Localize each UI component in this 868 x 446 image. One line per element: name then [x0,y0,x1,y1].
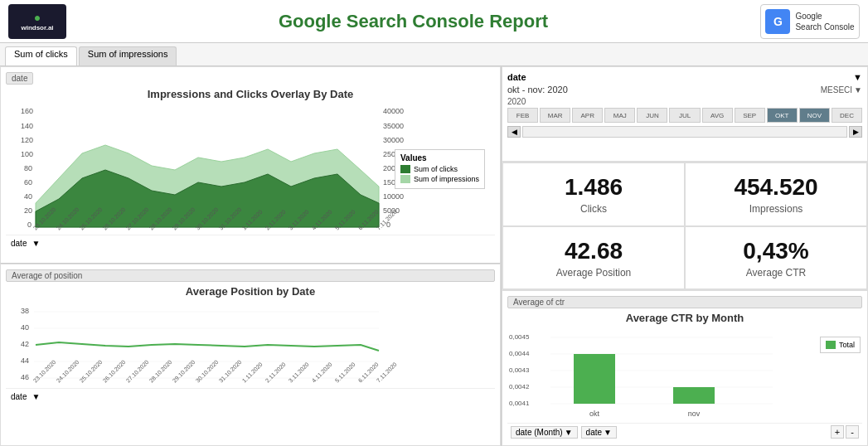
tab-sum-clicks[interactable]: Sum of clicks [5,46,77,65]
scroll-left-btn[interactable]: ◀ [507,126,521,138]
svg-text:100: 100 [21,150,33,158]
legend-label-impressions: Sum of impressions [414,175,479,183]
date-filter-title: date [507,72,526,82]
avg-position-chart-section: Average of position Average Position by … [0,264,501,446]
legend-title: Values [400,153,479,162]
month-jun[interactable]: JUN [637,108,667,123]
right-panel: date ▼ okt - nov: 2020 MESECI ▼ 2020 FEB… [502,66,868,446]
svg-text:31.10.2020: 31.10.2020 [218,359,243,384]
date-month-filter-btn[interactable]: date (Month) ▼ [511,426,578,439]
svg-text:5.11.2020: 5.11.2020 [334,361,356,384]
page-title: Google Search Console Report [66,11,760,32]
filter-icon-bl[interactable]: ▼ [32,392,40,401]
month-okt[interactable]: OKT [767,108,798,123]
chart-section-label: date [6,72,33,85]
svg-text:40: 40 [21,323,29,332]
svg-text:7.11.2020: 7.11.2020 [376,361,398,384]
svg-text:26.10.2020: 26.10.2020 [102,359,127,384]
impressions-clicks-chart-section: date Impressions and Clicks Overlay By D… [0,66,501,264]
date-filter-bar-bottom-left: date ▼ [6,388,495,405]
scroll-track[interactable] [522,126,847,138]
svg-text:okt: okt [589,410,600,418]
tab-sum-impressions[interactable]: Sum of impressions [79,46,177,65]
avg-position-section-label: Average of position [6,269,495,282]
svg-text:35000: 35000 [383,122,404,130]
month-dec[interactable]: DEC [832,108,862,123]
month-jul[interactable]: JUL [669,108,700,123]
svg-text:0,0045: 0,0045 [509,333,530,341]
impressions-clicks-chart-title: Impressions and Clicks Overlay By Date [6,88,495,100]
month-apr[interactable]: APR [572,108,603,123]
date-filter-btn[interactable]: date ▼ [581,426,617,439]
legend-label-clicks: Sum of clicks [414,165,458,173]
month-grid: FEB MAR APR MAJ JUN JUL AVG SEP OKT NOV … [507,108,862,123]
left-panel: date Impressions and Clicks Overlay By D… [0,66,502,446]
stat-card-avg-position: 42.68 Average Position [502,226,685,290]
svg-text:10000: 10000 [383,192,404,201]
avg-position-chart-title: Average Position by Date [6,285,495,298]
svg-text:0,0044: 0,0044 [509,350,530,357]
date-filter-label: date [11,239,27,248]
svg-text:1.11.2020: 1.11.2020 [241,361,264,384]
svg-text:80: 80 [24,164,32,172]
legend-color-clicks [400,165,410,173]
bar-okt [574,354,615,404]
windsor-logo: ● windsor.ai [8,4,66,39]
date-filter-header: date ▼ [507,72,862,82]
svg-text:29.10.2020: 29.10.2020 [172,359,196,384]
month-maj[interactable]: MAJ [604,108,635,123]
filter-funnel-icon[interactable]: ▼ [853,72,862,82]
month-mar[interactable]: MAR [540,108,570,123]
bar-nov [673,387,715,404]
month-avg[interactable]: AVG [702,108,733,123]
bar-chart-legend: Total [820,337,861,353]
svg-text:30.10.2020: 30.10.2020 [195,359,220,384]
filter-icon-top[interactable]: ▼ [32,239,40,248]
month-nov[interactable]: NOV [799,108,830,123]
month-feb[interactable]: FEB [507,108,538,123]
header: ● windsor.ai Google Search Console Repor… [0,0,868,43]
google-icon: G [765,9,790,34]
svg-text:28.10.2020: 28.10.2020 [148,359,173,384]
google-logo-text: Google Search Console [795,11,854,32]
clicks-value: 1.486 [565,173,623,201]
scroll-right-btn[interactable]: ▶ [849,126,862,138]
svg-text:46: 46 [21,373,29,381]
plus-btn[interactable]: + [831,425,844,439]
date-filter-label-bl: date [11,392,27,401]
svg-text:20: 20 [24,206,32,215]
tab-bar: Sum of clicks Sum of impressions [0,43,868,66]
avg-position-label: Average Position [556,267,632,279]
svg-text:40000: 40000 [383,107,404,115]
svg-text:0,0042: 0,0042 [509,383,530,390]
svg-text:42: 42 [21,340,29,348]
stat-card-clicks: 1.486 Clicks [502,162,685,226]
year-label: 2020 [507,97,862,106]
meseci-label[interactable]: MESECI ▼ [821,85,862,95]
chart-legend: Values Sum of clicks Sum of impressions [395,149,485,189]
avg-ctr-chart-title: Average CTR by Month [507,312,862,324]
month-sep[interactable]: SEP [735,108,765,123]
bar-legend-label: Total [839,341,855,349]
bar-legend-color [826,341,836,349]
plus-minus-controls: + - [831,425,859,439]
svg-text:60: 60 [24,178,32,187]
google-logo: G Google Search Console [760,4,860,39]
avg-ctr-chart-section: Average of ctr Average CTR by Month 0,00… [502,290,868,446]
svg-text:44: 44 [21,356,29,365]
date-filter-bar-top: date ▼ [6,235,495,251]
svg-text:160: 160 [21,107,33,115]
impressions-value: 454.520 [734,173,817,201]
avg-ctr-label: Average CTR [746,267,806,279]
minus-btn[interactable]: - [846,425,859,439]
svg-text:38: 38 [21,307,29,315]
svg-text:40: 40 [24,192,32,201]
svg-text:24.10.2020: 24.10.2020 [56,359,80,384]
clicks-label: Clicks [580,203,607,215]
scroll-bar: ◀ ▶ [507,126,862,138]
svg-text:23.10.2020: 23.10.2020 [32,359,57,384]
svg-text:27.10.2020: 27.10.2020 [125,359,150,384]
legend-color-impressions [400,175,410,183]
avg-ctr-section-label: Average of ctr [507,296,862,308]
avg-position-value: 42.68 [565,237,623,265]
